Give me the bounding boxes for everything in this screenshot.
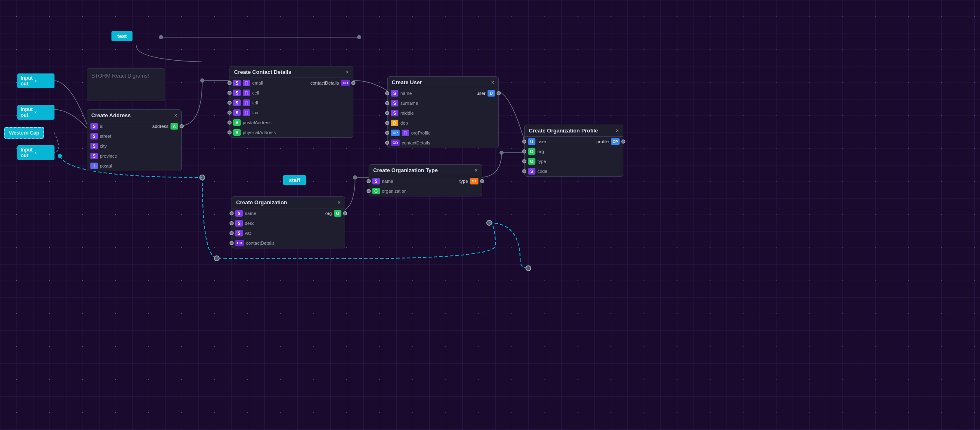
input3-line1: Input — [21, 147, 33, 153]
orgprofile-row-user: U user profile OP — [525, 137, 623, 146]
create-user-header: Create User × — [388, 77, 498, 88]
contact-in-port-fax — [227, 111, 232, 115]
create-organization-type-close[interactable]: × — [475, 168, 478, 173]
create-organization-node[interactable]: Create Organization × S name org O S des… — [232, 196, 345, 248]
input-node-1[interactable]: Input out × — [17, 73, 54, 88]
orgprofile-in-port-type — [522, 159, 526, 163]
org-out-port — [343, 211, 347, 215]
badge-op-orgprofile: OP — [391, 130, 400, 136]
badge-a-address: A — [170, 123, 178, 130]
badge-s-uname: S — [391, 90, 398, 97]
org-row-desc: S desc — [232, 218, 345, 228]
user-row-surname: S surname — [388, 98, 498, 108]
badge-bracket-email: [] — [243, 80, 250, 86]
contact-row-tell: S [] tell — [230, 98, 353, 108]
create-organization-profile-close[interactable]: × — [616, 128, 619, 134]
badge-s-orgtype-name: S — [372, 178, 380, 184]
contact-row-email: S [] email contactDetails CD — [230, 78, 353, 88]
badge-s-orgname: S — [235, 210, 243, 217]
create-address-row-id: S id address A — [87, 121, 181, 131]
badge-s-province: S — [90, 153, 98, 159]
test-label-node[interactable]: test — [111, 31, 133, 41]
contact-out-port — [351, 81, 355, 85]
orgprofile-in-port-code — [522, 169, 526, 173]
create-organization-type-header: Create Organization Type × — [369, 165, 482, 176]
badge-s-street: S — [90, 133, 98, 139]
user-row-name: S name user U — [388, 88, 498, 98]
user-row-contactdetails: CD contactDetails — [388, 138, 498, 148]
address-out-port — [180, 124, 184, 128]
user-row-orgprofile: OP [] orgProfile — [388, 128, 498, 138]
create-contact-details-node[interactable]: Create Contact Details × S [] email cont… — [230, 66, 353, 138]
contact-in-port-email — [227, 81, 232, 85]
badge-i-postal: I — [90, 163, 98, 169]
create-address-row-street: S street — [87, 131, 181, 141]
canvas — [0, 0, 980, 430]
input-node-3[interactable]: Input out × — [17, 145, 54, 160]
create-user-node[interactable]: Create User × S name user U S surname S … — [387, 76, 499, 148]
contact-in-port-cell — [227, 91, 232, 95]
create-contact-details-close[interactable]: × — [346, 69, 349, 75]
badge-a-postal: A — [233, 119, 241, 126]
badge-s-desc: S — [235, 220, 243, 227]
contact-in-port-physical — [227, 130, 232, 135]
western-cap-node[interactable]: Western Cap — [4, 127, 44, 139]
create-organization-type-node[interactable]: Create Organization Type × S name type O… — [369, 164, 482, 196]
create-address-header: Create Address × — [87, 110, 181, 121]
badge-s-surname: S — [391, 100, 398, 106]
badge-o-orgprofile-type: O — [528, 158, 535, 165]
western-cap-text: Western Cap — [9, 130, 39, 136]
input-node-2[interactable]: Input out × — [17, 105, 54, 120]
create-organization-header: Create Organization × — [232, 197, 345, 208]
user-in-port-surname — [385, 101, 389, 105]
create-address-close[interactable]: × — [174, 113, 177, 118]
storm-textarea-node[interactable]: STORM React Digrams! — [87, 68, 165, 101]
contact-row-physical: A physicalAddress — [230, 128, 353, 137]
user-in-port-middle — [385, 111, 389, 115]
create-organization-profile-node[interactable]: Create Organization Profile × U user pro… — [524, 125, 623, 177]
badge-bracket-fax: [] — [243, 109, 250, 116]
create-user-close[interactable]: × — [491, 80, 494, 85]
storm-text: STORM React Digrams! — [91, 73, 149, 79]
badge-cd-user: CD — [391, 139, 400, 146]
input2-line2: out — [21, 112, 33, 118]
create-organization-profile-header: Create Organization Profile × — [525, 125, 623, 137]
create-contact-details-title: Create Contact Details — [234, 69, 291, 75]
input2-close[interactable]: × — [34, 110, 37, 115]
input3-close[interactable]: × — [34, 151, 37, 155]
badge-cd-contact: CD — [341, 80, 350, 86]
badge-bracket-cell: [] — [243, 90, 250, 96]
org-row-vat: S vat — [232, 228, 345, 238]
orgtype-row-name: S name type OT — [369, 176, 482, 186]
create-organization-close[interactable]: × — [338, 200, 341, 206]
create-address-title: Create Address — [91, 112, 131, 118]
input1-close[interactable]: × — [34, 79, 37, 83]
create-address-row-province: S province — [87, 151, 181, 161]
input3-line2: out — [21, 153, 33, 158]
staff-label-node[interactable]: staff — [283, 175, 306, 185]
contact-row-fax: S [] fax — [230, 108, 353, 118]
org-in-port-vat — [230, 231, 234, 235]
orgtype-out-port — [480, 179, 484, 183]
badge-s-cell: S — [233, 90, 241, 96]
user-in-port-name — [385, 91, 389, 95]
test-label-text: test — [117, 33, 127, 39]
create-address-node[interactable]: Create Address × S id address A S street… — [87, 109, 182, 171]
input1-line2: out — [21, 81, 33, 87]
create-address-row-postal: I postal — [87, 161, 181, 171]
badge-bracket-orgprofile: [] — [402, 130, 409, 136]
orgprofile-row-org: O org — [525, 146, 623, 156]
badge-cd-org: CD — [235, 240, 244, 246]
org-row-name: S name org O — [232, 208, 345, 218]
org-in-port-name — [230, 211, 234, 215]
badge-u-orgprofile: U — [528, 138, 535, 145]
badge-ot-type: OT — [470, 178, 479, 184]
contact-in-port-postal — [227, 120, 232, 125]
badge-s-tell: S — [233, 99, 241, 106]
badge-op-profile: OP — [611, 138, 620, 145]
badge-s-fax: S — [233, 109, 241, 116]
badge-s-city: S — [90, 143, 98, 149]
contact-row-cell: S [] cell — [230, 88, 353, 98]
create-address-row-city: S city — [87, 141, 181, 151]
badge-d-dob: D — [391, 120, 398, 126]
